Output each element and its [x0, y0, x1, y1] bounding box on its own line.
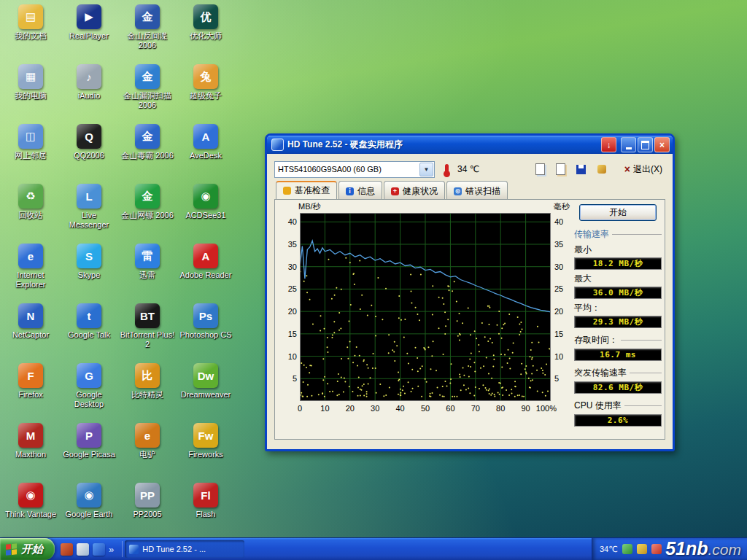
desktop-icon-dreamweaver[interactable]: DwDreamweaver: [178, 363, 233, 400]
desktop-icon-emule[interactable]: e电驴: [120, 423, 175, 459]
health-cross-icon: +: [391, 187, 399, 195]
exit-x-icon: ×: [624, 163, 630, 175]
drive-select[interactable]: HTS541060G9SA00 (60 GB) ▼: [274, 161, 435, 178]
start-button[interactable]: 开始: [579, 204, 657, 221]
taskbar: 开始 » HD Tune 2.52 - ... 34℃: [0, 537, 747, 560]
quicklaunch-icon-2[interactable]: [77, 543, 89, 556]
desktop-icon-kingsoft-antispy[interactable]: 金金山反间谍 2006: [120, 4, 175, 50]
desktop-icon-super-rabbit[interactable]: 兔超级兔子: [178, 64, 233, 101]
quicklaunch-icon-3[interactable]: [93, 543, 105, 556]
tray-temperature: 34℃: [600, 545, 618, 554]
windows-flag-icon: [6, 543, 17, 556]
desktop-icon-think-vantage[interactable]: ◉Think Vantage: [3, 483, 58, 519]
tab-info-label: 信息: [357, 185, 375, 198]
desktop-icon-thunder[interactable]: 雷迅雷: [120, 244, 175, 280]
x-tick: 20: [340, 404, 360, 413]
desktop-icon-my-documents[interactable]: ▤我的文档: [3, 4, 58, 41]
desktop-icon-label: Google Desktop: [61, 390, 117, 408]
desktop-icon-internet-explorer[interactable]: eInternet Explorer: [3, 244, 58, 289]
window-body: HTS541060G9SA00 (60 GB) ▼ 34 ℃ × 退出(X) 基…: [267, 154, 673, 446]
tray-icon-2[interactable]: [637, 544, 647, 554]
desktop-icon-label: Live Messenger: [61, 211, 117, 229]
maximize-button[interactable]: [638, 137, 653, 152]
quicklaunch-chevron-icon[interactable]: »: [109, 544, 114, 555]
desktop-icon-skype[interactable]: SSkype: [61, 244, 117, 280]
desktop-icon-label: 优化大师: [190, 31, 222, 41]
qq2006-icon: Q: [77, 124, 101, 149]
desktop-icon-pp2005[interactable]: PPPP2005: [120, 483, 175, 519]
flash-icon: Fl: [193, 483, 218, 508]
quicklaunch-icon-1[interactable]: [61, 543, 73, 556]
exit-label: 退出(X): [633, 163, 662, 176]
bittorrent-plus-icon: BT: [135, 303, 160, 328]
copy-image-button[interactable]: [553, 161, 569, 177]
save-button[interactable]: [573, 161, 589, 177]
tab-health[interactable]: +健康状况: [384, 181, 445, 200]
tab-info[interactable]: i信息: [338, 181, 382, 200]
tray-icon-1[interactable]: [622, 544, 632, 554]
exit-button[interactable]: × 退出(X): [622, 162, 665, 177]
tab-error-scan[interactable]: ⊙错误扫描: [446, 181, 508, 200]
desktop-icon-qq2006[interactable]: QQQ2006: [61, 124, 117, 160]
desktop-icon-google-talk[interactable]: tGoogle Talk: [61, 303, 117, 340]
desktop-icon-youhua-dashi[interactable]: 优优化大师: [178, 4, 233, 41]
desktop-icon-photoshop-cs[interactable]: PsPhotoshop CS: [178, 303, 233, 340]
y-left-axis-label: MB/秒: [298, 201, 321, 212]
desktop-icon-my-computer[interactable]: ▦我的电脑: [3, 64, 58, 101]
desktop-icon-label: AveDesk: [190, 151, 222, 160]
desktop-icon-label: 迅雷: [139, 271, 155, 280]
titlebar[interactable]: HD Tune 2.52 - 硬盘实用程序 ↓ ×: [267, 136, 673, 154]
desktop-icon-kingsoft-netguard[interactable]: 金金山网镖 2006: [120, 184, 175, 220]
desktop-icon-recycle-bin[interactable]: ♻回收站: [3, 184, 58, 220]
drive-select-value: HTS541060G9SA00 (60 GB): [275, 165, 419, 174]
photoshop-cs-icon: Ps: [193, 303, 218, 328]
iaudio-icon: ♪: [77, 64, 101, 89]
desktop-icon-label: 我的电脑: [15, 91, 47, 101]
minimize-button[interactable]: [621, 137, 636, 152]
desktop-icon-label: 网上邻居: [15, 151, 47, 160]
tab-benchmark[interactable]: 基准检查: [276, 181, 337, 200]
desktop-icon-label: Fireworks: [188, 450, 223, 459]
desktop-icon-fireworks[interactable]: FwFireworks: [178, 423, 233, 459]
desktop-icon-google-desktop[interactable]: GGoogle Desktop: [61, 363, 117, 408]
temperature-readout: 34 ℃: [457, 164, 479, 174]
desktop-icon-google-picasa[interactable]: PGoogle Picasa: [61, 423, 117, 459]
tray-icon-3[interactable]: [651, 544, 662, 554]
benchmark-page: MB/秒 毫秒 40353025201510540353025201510501…: [274, 199, 665, 440]
desktop-icon-netcaptor[interactable]: NNetCaptor: [3, 303, 58, 340]
desktop-icon-live-messenger[interactable]: LLive Messenger: [61, 184, 117, 229]
desktop-icon-bitspirit[interactable]: 比比特精灵: [120, 363, 175, 400]
desktop-icon-label: iAudio: [78, 91, 101, 101]
y-right-tick: 10: [554, 352, 572, 361]
desktop-icon-kingsoft-duba[interactable]: 金金山毒霸 2006: [120, 124, 175, 160]
hdtune-task-button[interactable]: HD Tune 2.52 - ...: [125, 540, 244, 558]
desktop-icon-firefox[interactable]: FFirefox: [3, 363, 58, 400]
desktop-icon-google-earth[interactable]: ◉Google Earth: [61, 483, 117, 519]
y-right-tick: 40: [554, 217, 572, 226]
close-button[interactable]: ×: [654, 137, 670, 152]
tab-health-label: 健康状况: [403, 185, 438, 198]
red-arrow-button[interactable]: ↓: [601, 137, 616, 152]
desktop-icon-kingsoft-vulnscan[interactable]: 金金山漏洞扫描 2006: [120, 64, 175, 109]
y-left-tick: 10: [279, 352, 297, 361]
desktop-icon-network-places[interactable]: ◫网上邻居: [3, 124, 58, 160]
desktop-icon-avedesk[interactable]: AAveDesk: [178, 124, 233, 160]
maxthon-icon: M: [18, 423, 43, 448]
desktop-icon-flash[interactable]: FlFlash: [178, 483, 233, 519]
info-icon: i: [346, 187, 354, 195]
copy-text-button[interactable]: [533, 161, 549, 177]
desktop-icon-maxthon[interactable]: MMaxthon: [3, 423, 58, 459]
y-right-tick: 35: [554, 240, 572, 249]
options-button[interactable]: [594, 161, 610, 177]
access-time-value: 16.7 ms: [574, 349, 662, 361]
desktop-icon-acdsee[interactable]: ◉ACDSee31: [178, 184, 233, 220]
desktop-icon-iaudio[interactable]: ♪iAudio: [61, 64, 117, 101]
desktop-icon-realplayer[interactable]: ▶RealPlayer: [61, 4, 117, 41]
start-menu-button[interactable]: 开始: [0, 538, 55, 560]
desktop-icon-adobe-reader[interactable]: AAdobe Reader: [178, 244, 233, 280]
combo-dropdown-icon[interactable]: ▼: [419, 163, 433, 176]
hdtune-app-icon: [271, 139, 284, 151]
desktop-icon-label: Flash: [196, 510, 216, 519]
y-right-tick: 25: [554, 284, 572, 293]
desktop-icon-bittorrent-plus[interactable]: BTBitTorrent Plus! 2: [120, 303, 175, 349]
